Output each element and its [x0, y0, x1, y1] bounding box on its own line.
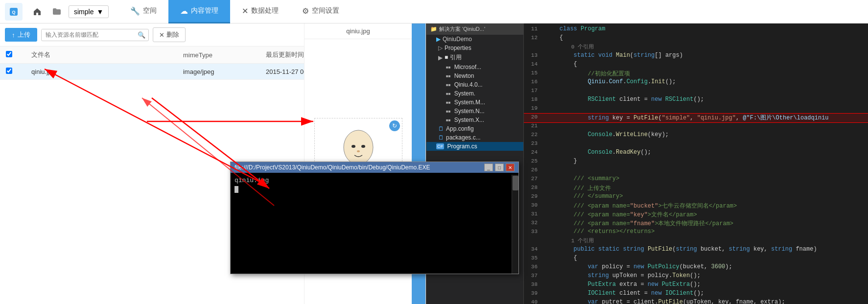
- project-icon: ▶: [436, 36, 441, 43]
- vs-tree: ▶ QiniuDemo ▷ Properties ▶ ■ 引用 ■■ Micro…: [426, 35, 523, 151]
- chevron-down-icon: ▼: [96, 8, 103, 16]
- code-line-11: 11 class Program: [524, 25, 868, 34]
- preview-refresh-button[interactable]: ↻: [389, 120, 400, 131]
- vs-tree-program[interactable]: C# Program.cs: [426, 142, 523, 151]
- top-nav: Q simple ▼ 🔧 空间 ☁ 内容管理 ✕ 数据处理 ⚙ 空间设置: [0, 0, 868, 23]
- cmd-cursor: [235, 186, 238, 193]
- vs-item-label: App.config: [446, 125, 474, 132]
- ref-lib-icon: ■■: [446, 92, 451, 96]
- search-input[interactable]: [42, 29, 135, 40]
- row-checkbox[interactable]: [6, 68, 12, 74]
- file-icon: 🗒: [438, 134, 444, 141]
- cmd-cursor-line: [235, 186, 515, 193]
- cs-icon: C#: [436, 143, 444, 149]
- cmd-body: qiniu.jpg: [231, 173, 518, 274]
- cell-mimetype: image/jpeg: [177, 64, 260, 80]
- code-line-40: 40 var putret = client.PutFile(upToken, …: [524, 299, 868, 304]
- code-line-25: 25 }: [524, 158, 868, 166]
- upload-button[interactable]: ↑ 上传: [5, 28, 37, 42]
- code-line-37: 37 string upToken = policy.Token();: [524, 272, 868, 281]
- delete-label: 删除: [166, 30, 179, 39]
- space-dropdown-label: simple: [74, 8, 94, 16]
- solution-icon: 📁: [430, 26, 437, 32]
- tab-data-label: 数据处理: [251, 6, 279, 15]
- search-icon[interactable]: 🔍: [135, 29, 148, 41]
- code-refcount-0: 0 个引用: [524, 43, 868, 52]
- vs-item-label: Qiniu.4.0...: [454, 81, 483, 88]
- cmd-maximize-button[interactable]: □: [495, 164, 504, 171]
- code-line-29: 29 /// </summary>: [524, 193, 868, 202]
- vs-tree-systemX[interactable]: ■■ System.X...: [426, 116, 523, 124]
- search-box[interactable]: 🔍: [41, 29, 149, 41]
- tab-settings[interactable]: ⚙ 空间设置: [290, 0, 351, 23]
- tab-settings-label: 空间设置: [312, 6, 339, 15]
- folder-button[interactable]: [47, 2, 67, 22]
- code-line-21: 21: [524, 122, 868, 131]
- cmd-window: file:///D:/ProjectVS2013/QiniuDemo/Qiniu…: [230, 162, 519, 274]
- home-button[interactable]: [27, 2, 47, 22]
- cmd-close-button[interactable]: ✕: [506, 164, 515, 171]
- main-nav-tabs: 🔧 空间 ☁ 内容管理 ✕ 数据处理 ⚙ 空间设置: [118, 0, 863, 23]
- cmd-title: file:///D:/ProjectVS2013/QiniuDemo/Qiniu…: [235, 164, 430, 171]
- vs-tree-qiniu4[interactable]: ■■ Qiniu.4.0...: [426, 80, 523, 89]
- vs-item-label: packages.c...: [446, 134, 481, 141]
- code-line-20: 20 string key = PutFile("simple", "qiniu…: [524, 114, 868, 122]
- vs-item-label: System.M...: [454, 99, 485, 106]
- svg-point-5: [361, 145, 365, 148]
- code-line-35: 35 {: [524, 255, 868, 263]
- vs-tree-appconfig[interactable]: 🗒 App.config: [426, 124, 523, 133]
- cmd-output-line: qiniu.jpg: [235, 177, 515, 184]
- tab-data[interactable]: ✕ 数据处理: [230, 0, 290, 23]
- delete-icon: ✕: [159, 31, 164, 39]
- vs-tree-packages[interactable]: 🗒 packages.c...: [426, 133, 523, 142]
- vs-tree-systemN[interactable]: ■■ System.N...: [426, 107, 523, 116]
- code-line-28: 28 /// 上传文件: [524, 184, 868, 193]
- vs-tree-qiniu[interactable]: ▶ QiniuDemo: [426, 35, 523, 44]
- code-line-31: 31 /// <param name="key">文件名</param>: [524, 210, 868, 219]
- preview-title: qiniu.jpg: [305, 23, 412, 39]
- code-editor-panel: 11 class Program 12 { 0 个引用 13 static vo…: [524, 23, 868, 304]
- data-icon: ✕: [242, 6, 248, 16]
- vs-item-label: QiniuDemo: [443, 36, 472, 43]
- space-dropdown[interactable]: simple ▼: [69, 5, 109, 18]
- vs-tree-references[interactable]: ▶ ■ 引用: [426, 52, 523, 63]
- ref-lib-icon: ■■: [446, 109, 451, 114]
- vs-item-label: Microsof...: [454, 64, 481, 70]
- vs-item-label: System.N...: [454, 108, 485, 115]
- ref-lib-icon: ■■: [446, 65, 451, 70]
- ref-icon: ▶: [438, 54, 443, 61]
- select-all-checkbox[interactable]: [6, 51, 12, 57]
- code-line-13: 13 static void Main(string[] args): [524, 52, 868, 61]
- code-line-34: 34 public static string PutFile(string b…: [524, 246, 868, 255]
- settings-icon: ⚙: [302, 6, 309, 16]
- code-line-24: 24 Console.ReadKey();: [524, 149, 868, 158]
- code-line-18: 18 RSClient client = new RSClient();: [524, 96, 868, 105]
- code-line-23: 23: [524, 140, 868, 149]
- svg-point-6: [357, 150, 360, 152]
- vs-tree-microsoft[interactable]: ■■ Microsof...: [426, 63, 523, 71]
- cmd-minimize-button[interactable]: _: [484, 164, 493, 171]
- code-line-36: 36 var policy = new PutPolicy(bucket, 36…: [524, 263, 868, 272]
- vs-tree-newton[interactable]: ■■ Newton: [426, 71, 523, 80]
- folder-icon: ▷: [438, 45, 443, 51]
- vs-tree-system1[interactable]: ■■ System.: [426, 89, 523, 98]
- code-line-19: 19: [524, 105, 868, 114]
- vs-tree-properties[interactable]: ▷ Properties: [426, 44, 523, 52]
- tab-content[interactable]: ☁ 内容管理: [168, 0, 230, 23]
- vs-tree-systemM[interactable]: ■■ System.M...: [426, 98, 523, 107]
- cmd-scrollbar-thumb[interactable]: [513, 176, 518, 190]
- tab-space[interactable]: 🔧 空间: [118, 0, 168, 23]
- vs-item-label: Properties: [445, 45, 471, 51]
- upload-arrow-icon: ↑: [12, 31, 15, 39]
- cmd-scrollbar[interactable]: [512, 175, 518, 274]
- vs-panel-title: 解决方案 'QiniuD...': [439, 25, 485, 33]
- cloud-icon: ☁: [180, 6, 188, 16]
- delete-button[interactable]: ✕ 删除: [153, 27, 186, 42]
- vs-item-label: Program.cs: [447, 143, 477, 150]
- code-line-22: 22 Console.WriteLine(key);: [524, 131, 868, 140]
- svg-point-4: [352, 145, 355, 148]
- vs-item-label: System.X...: [454, 117, 484, 123]
- ref-lib-icon: ■■: [446, 100, 451, 105]
- code-line-17: 17: [524, 87, 868, 96]
- code-editor[interactable]: 11 class Program 12 { 0 个引用 13 static vo…: [524, 23, 868, 304]
